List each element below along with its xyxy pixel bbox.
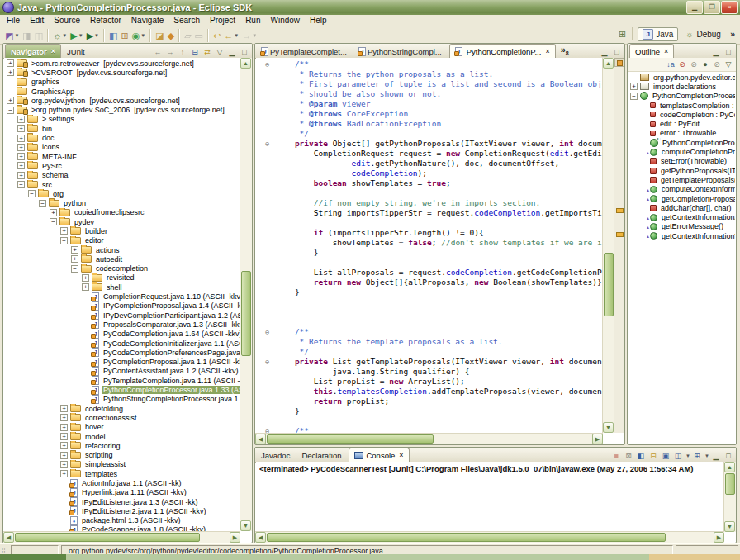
- mark-occurrences-button[interactable]: ▱: [183, 28, 192, 43]
- tree-item-ipycompletionproposal-java[interactable]: IPyCompletionProposal.java 1.4 (ASCII -k…: [4, 301, 240, 311]
- expander-icon[interactable]: +: [60, 414, 68, 421]
- outline-item-org-python-pydev-editor-codecompletion[interactable]: org.python.pydev.editor.codecompletion: [629, 73, 735, 82]
- tree-item-python[interactable]: −python: [4, 198, 240, 207]
- expander-icon[interactable]: +: [17, 125, 25, 132]
- tree-item-graphicsapp[interactable]: GraphicsApp: [4, 87, 240, 96]
- tree-item-ipyeditlistener2-java[interactable]: IPyEditListener2.java 1.1 (ASCII -kkv): [4, 506, 240, 515]
- close-tab-icon[interactable]: ×: [51, 48, 55, 55]
- code-editor[interactable]: ⊖ /** * Returns the python proposals as …: [256, 58, 602, 433]
- open-perspective-button[interactable]: ⊞: [617, 26, 628, 41]
- menu-edit[interactable]: Edit: [25, 16, 49, 25]
- minimize-button[interactable]: ▁: [710, 450, 722, 462]
- menu-file[interactable]: File: [2, 16, 25, 25]
- expander-icon[interactable]: +: [17, 162, 25, 169]
- expander-icon[interactable]: +: [17, 153, 25, 160]
- hide-non-public-button[interactable]: ●: [700, 59, 711, 70]
- tree-item-com-rc-retroweaver[interactable]: +>com.rc.retroweaver[pydev.cvs.sourcefor…: [4, 59, 240, 68]
- fold-marker-icon[interactable]: ⊖: [256, 59, 276, 69]
- expander-icon[interactable]: +: [60, 470, 68, 477]
- tab-pythonstringcompl[interactable]: PythonStringCompl...: [353, 45, 448, 58]
- close-tab-icon[interactable]: ×: [545, 48, 549, 55]
- back-button[interactable]: ←: [152, 46, 164, 58]
- outline-tree[interactable]: org.python.pydev.editor.codecompletion+i…: [629, 72, 735, 444]
- expander-icon[interactable]: +: [17, 116, 25, 123]
- dropdown-arrow-icon[interactable]: ▼: [252, 33, 257, 38]
- expander-icon[interactable]: −: [50, 218, 57, 225]
- outline-item-codecompletion[interactable]: codeCompletion : PyCodeCompletion: [629, 110, 735, 119]
- maximize-button[interactable]: □: [611, 46, 623, 58]
- scrollbar-thumb[interactable]: [725, 473, 735, 495]
- tree-item-codefolding[interactable]: +codefolding: [4, 404, 240, 413]
- run-external-tools-button[interactable]: ▶▼: [85, 28, 101, 43]
- tree-item-src[interactable]: −src: [4, 180, 240, 189]
- tree-item-simpleassist[interactable]: +simpleassist: [4, 460, 240, 469]
- scrollbar-thumb[interactable]: [241, 271, 251, 356]
- tree-item-org-python-pydev[interactable]: −>org.python.pydev SoC_2006[pydev.cvs.so…: [4, 105, 240, 114]
- editor-tab-overflow-button[interactable]: »8: [561, 45, 569, 56]
- maximize-button[interactable]: □: [723, 46, 734, 58]
- tree-item-pythonstringcompletionprocessor-java[interactable]: PythonStringCompletionProcessor.java 1.1…: [4, 395, 240, 404]
- menu-window[interactable]: Window: [265, 16, 305, 25]
- expander-icon[interactable]: +: [60, 227, 68, 235]
- menu-search[interactable]: Search: [168, 16, 205, 25]
- expander-icon[interactable]: +: [60, 433, 68, 440]
- expander-icon[interactable]: +: [60, 452, 68, 459]
- dropdown-arrow-icon[interactable]: ▼: [94, 33, 99, 38]
- run-button[interactable]: ▶▼: [69, 28, 84, 43]
- expander-icon[interactable]: +: [50, 209, 57, 216]
- fold-marker-icon[interactable]: ⊖: [256, 426, 276, 433]
- scroll-right-button[interactable]: ▶: [714, 532, 724, 543]
- expander-icon[interactable]: −: [7, 107, 14, 114]
- collapse-all-button[interactable]: ⊟: [189, 46, 201, 58]
- expander-icon[interactable]: +: [71, 246, 78, 254]
- tree-item-pycodecompletioninitializer-java[interactable]: PyCodeCompletionInitializer.java 1.1 (AS…: [4, 339, 240, 348]
- forward-button[interactable]: →▼: [240, 28, 259, 43]
- outline-item-gettemplateproposals[interactable]: getTemplateProposals(ITextView: [629, 175, 735, 184]
- back-button[interactable]: ←▼: [222, 28, 240, 43]
- navigator-vertical-scrollbar[interactable]: ▲ ▼: [240, 58, 252, 531]
- tree-item-autoedit[interactable]: +autoedit: [4, 254, 240, 263]
- tree-item-bin[interactable]: +bin: [4, 124, 240, 133]
- scroll-up-button[interactable]: ▲: [603, 58, 614, 69]
- scroll-up-button[interactable]: ▲: [724, 462, 735, 472]
- navigator-horizontal-scrollbar[interactable]: ◀ ▶: [3, 531, 240, 543]
- editor-horizontal-scrollbar[interactable]: ◀ ▶: [255, 433, 603, 444]
- outline-item-geterrormessage[interactable]: getErrorMessage(): [629, 222, 735, 231]
- occurrence-marker[interactable]: [616, 232, 624, 237]
- scrollbar-thumb[interactable]: [604, 253, 614, 316]
- scroll-right-button[interactable]: ▶: [592, 434, 603, 444]
- save-button[interactable]: ◨: [21, 28, 32, 43]
- close-button[interactable]: ×: [721, 1, 738, 14]
- expander-icon[interactable]: −: [28, 190, 36, 197]
- tree-item-model[interactable]: +model: [4, 432, 240, 441]
- outline-item-pythoncompletionprocessor[interactable]: PythonCompletionProcessor: [629, 138, 735, 147]
- tree-item-settings[interactable]: +>.settings: [4, 115, 240, 124]
- scrollbar-thumb[interactable]: [267, 434, 434, 444]
- tree-item-icons[interactable]: +icons: [4, 143, 240, 152]
- expander-icon[interactable]: +: [60, 461, 68, 468]
- outline-item-import[interactable]: +import declarations: [629, 82, 735, 91]
- minimize-button[interactable]: ▁: [599, 46, 610, 58]
- tree-item-scripting[interactable]: +scripting: [4, 450, 240, 459]
- expander-icon[interactable]: +: [82, 274, 89, 282]
- outline-item-computecontextinformation[interactable]: computeContextInformation: [629, 185, 735, 194]
- pin-console-button[interactable]: ▣: [660, 450, 671, 462]
- expander-icon[interactable]: +: [60, 405, 68, 412]
- tree-item-codecompletion[interactable]: −codecompletion: [4, 264, 240, 273]
- search-button[interactable]: ◆: [166, 28, 176, 43]
- tree-item-copiedfromeclipsesrc[interactable]: +copiedfromeclipsesrc: [4, 208, 240, 217]
- new-java-project-button[interactable]: ◧: [107, 28, 119, 43]
- clear-console-button[interactable]: ◧: [635, 450, 647, 462]
- last-edit-location-button[interactable]: ↩: [211, 28, 222, 43]
- remove-all-terminated-button[interactable]: ⊠: [623, 450, 634, 462]
- new-package-button[interactable]: ⊞: [119, 28, 130, 43]
- tree-item-org-pydev-jython[interactable]: +org.pydev.jython[pydev.cvs.sourceforge.…: [4, 96, 240, 105]
- expander-icon[interactable]: −: [630, 93, 638, 100]
- tab-declaration[interactable]: Declaration: [296, 448, 347, 462]
- maximize-button[interactable]: □: [239, 46, 250, 58]
- dropdown-arrow-icon[interactable]: ▼: [234, 33, 239, 38]
- perspective-debug[interactable]: ☼Debug: [680, 28, 725, 40]
- up-button[interactable]: ↑: [177, 46, 188, 58]
- scroll-left-button[interactable]: ◀: [255, 532, 266, 543]
- outline-item-getcontextinformationautoactiv[interactable]: getContextInformationAutoActiv: [629, 212, 735, 221]
